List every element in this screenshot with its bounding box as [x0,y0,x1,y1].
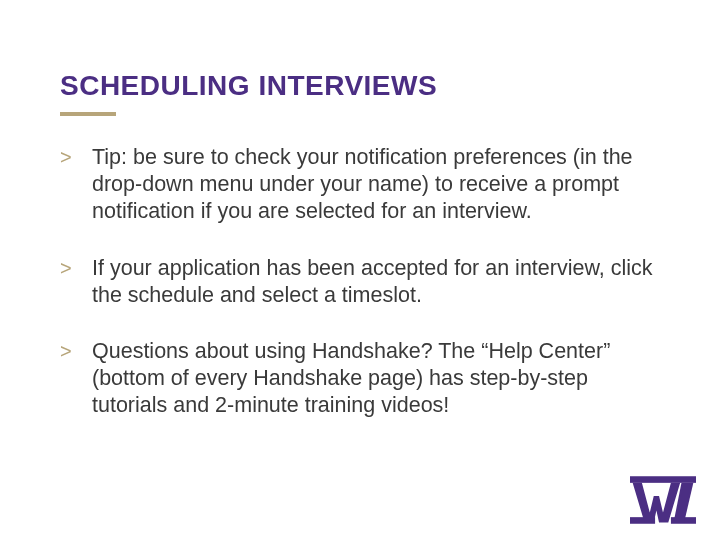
bullet-glyph-icon: > [60,144,72,171]
list-item: > Tip: be sure to check your notificatio… [60,144,660,225]
slide-title: SCHEDULING INTERVIEWS [60,70,660,102]
list-item-text: Questions about using Handshake? The “He… [92,339,610,417]
svg-rect-0 [630,476,696,483]
bullet-glyph-icon: > [60,338,72,365]
uw-logo-icon [630,476,696,524]
list-item: > If your application has been accepted … [60,255,660,309]
title-underline [60,112,116,116]
list-item-text: Tip: be sure to check your notification … [92,145,633,223]
slide: SCHEDULING INTERVIEWS > Tip: be sure to … [0,0,720,540]
list-item-text: If your application has been accepted fo… [92,256,653,307]
list-item: > Questions about using Handshake? The “… [60,338,660,419]
bullet-list: > Tip: be sure to check your notificatio… [60,144,660,419]
svg-marker-3 [633,483,681,523]
bullet-glyph-icon: > [60,255,72,282]
